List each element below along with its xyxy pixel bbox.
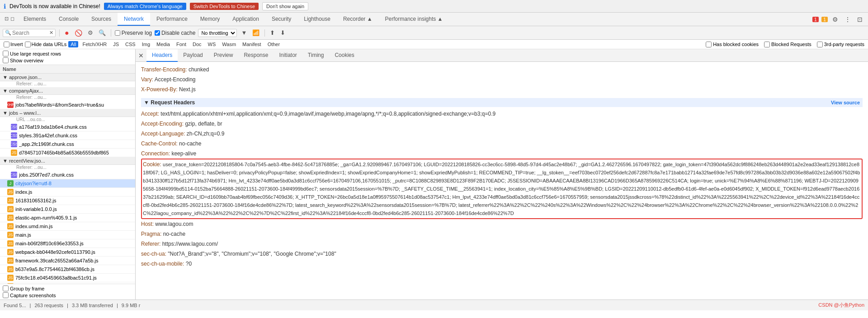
dismiss-button[interactable]: Don't show again <box>262 2 308 10</box>
undock-button[interactable]: ⊡ <box>855 15 864 24</box>
filter-img[interactable]: Img <box>140 41 152 47</box>
clear-button[interactable]: 🚫 <box>73 29 84 37</box>
list-item[interactable]: CSS jobs.250f7ed7.chunk.css <box>0 171 135 179</box>
settings-button[interactable]: ⚙ <box>830 15 840 24</box>
list-item[interactable]: CSS _app.2fc1969f.chunk.css <box>0 140 135 149</box>
tab-elements[interactable]: ⊡ ◻ <box>2 13 17 26</box>
tab-payload[interactable]: Payload <box>178 49 208 62</box>
tab-response[interactable]: Response <box>238 49 274 62</box>
hide-data-urls-checkbox[interactable] <box>25 42 31 47</box>
record-button[interactable]: ● <box>63 28 71 37</box>
devtools-container: ⊡ ◻ Elements Console Sources Network Per… <box>0 13 868 318</box>
search-network-button[interactable]: 🔍 <box>97 29 107 37</box>
throttle-dropdown-icon[interactable]: ▼ <box>240 29 248 37</box>
has-blocked-cookies-label[interactable]: Has blocked cookies <box>706 42 759 47</box>
upload-icon[interactable]: ⬆ <box>269 29 276 37</box>
group-jobs[interactable]: ▼ jobs – www.l... <box>0 109 135 117</box>
filter-fetch-xhr[interactable]: Fetch/XHR <box>80 41 109 47</box>
tab-lighthouse[interactable]: Lighthouse <box>297 13 337 26</box>
search-close-btn[interactable]: ✕ <box>49 30 53 36</box>
list-item-selected[interactable]: J cityjson?ie=utf-8 <box>0 179 135 188</box>
list-item[interactable]: JSmain.js <box>0 231 135 239</box>
filter-manifest[interactable]: Manifest <box>240 41 264 47</box>
list-item[interactable]: CSS a176af19.bda1b6e4.chunk.css <box>0 123 135 131</box>
switch-devtools-button[interactable]: Switch DevTools to Chinese <box>190 3 259 10</box>
filter-font[interactable]: Font <box>174 41 189 47</box>
group-company[interactable]: ▼ companyAjax... <box>0 87 135 95</box>
throttle-select[interactable]: No throttling <box>198 29 237 37</box>
filter-doc[interactable]: Doc <box>190 41 204 47</box>
third-party-label[interactable]: 3rd-party requests <box>817 42 864 47</box>
filter-ws[interactable]: WS <box>206 41 218 47</box>
disable-cache-checkbox[interactable] <box>155 30 160 36</box>
list-item[interactable]: JSinit-variable1.0.0.js <box>0 205 135 214</box>
tab-cookies[interactable]: Cookies <box>329 49 359 62</box>
tab-network[interactable]: Network <box>118 13 150 26</box>
download-icon[interactable]: ⬇ <box>279 29 287 37</box>
list-item[interactable]: JSwebpack-bb0448e92cefe0113790.js <box>0 248 135 257</box>
preserve-log-label[interactable]: Preserve log <box>115 30 152 36</box>
list-item[interactable]: JSb637e9a5.8c77544612bf46386cb.js <box>0 265 135 274</box>
has-blocked-cookies-checkbox[interactable] <box>706 42 712 47</box>
tab-security[interactable]: Security <box>265 13 297 26</box>
tab-application[interactable]: Application <box>226 13 265 26</box>
filter-media[interactable]: Media <box>154 41 172 47</box>
tab-elements-label[interactable]: Elements <box>17 13 52 26</box>
js-icon: JS <box>7 189 14 195</box>
tab-recorder[interactable]: Recorder ▲ <box>337 13 379 26</box>
tab-timing[interactable]: Timing <box>302 49 330 62</box>
filter-all[interactable]: All <box>68 41 78 47</box>
list-item[interactable]: JSelastic-apm-rum%405.9.1.js <box>0 214 135 222</box>
group-by-frame-checkbox[interactable] <box>3 285 9 291</box>
invert-checkbox[interactable] <box>4 42 9 47</box>
list-item[interactable]: JSmain-b06f28ff10c696e33553.js <box>0 239 135 248</box>
match-language-button[interactable]: Always match Chrome's language <box>104 3 186 10</box>
list-item[interactable]: CSS styles.391a42ef.chunk.css <box>0 131 135 140</box>
search-input[interactable] <box>12 30 48 36</box>
wifi-icon[interactable]: 📶 <box>251 29 261 37</box>
filter-css[interactable]: CSS <box>123 41 138 47</box>
large-rows-label[interactable]: Use large request rows <box>3 51 132 56</box>
large-rows-checkbox[interactable] <box>3 51 9 56</box>
tab-preview[interactable]: Preview <box>208 49 239 62</box>
preserve-log-checkbox[interactable] <box>115 30 120 36</box>
js-icon: JS <box>7 223 14 229</box>
main-layout: Use large request rows Show overview Nam… <box>0 49 868 299</box>
list-item[interactable]: JS75fc9c18.e045459663a8bac51c91.js <box>0 274 135 282</box>
filter-button[interactable]: ⚙ <box>86 29 94 37</box>
invert-label[interactable]: Invert <box>4 42 23 47</box>
filter-wasm[interactable]: Wasm <box>220 41 238 47</box>
more-button[interactable]: ⋮ <box>843 15 853 24</box>
third-party-checkbox[interactable] <box>817 42 823 47</box>
group-approve[interactable]: ▼ approve.json... <box>0 74 135 81</box>
list-item[interactable]: JS d78457107465b4b85a6536b5559dbf865 <box>0 149 135 157</box>
list-item[interactable]: JSindex.js <box>0 188 135 196</box>
show-overview-label[interactable]: Show overview <box>3 57 132 63</box>
list-item[interactable]: XHR jobs?labelWords=&fromSearch=true&su <box>0 101 135 109</box>
view-source-button[interactable]: View source <box>831 100 860 105</box>
list-item[interactable]: JS1618310653162.js <box>0 196 135 205</box>
group-recentview[interactable]: ▼ recentView.jso... <box>0 157 135 165</box>
filter-js[interactable]: JS <box>111 41 121 47</box>
tab-perf-insights[interactable]: Performance insights ▲ <box>379 13 449 26</box>
capture-screenshots-checkbox[interactable] <box>3 292 9 298</box>
tab-console[interactable]: Console <box>52 13 85 26</box>
group-by-frame-label[interactable]: Group by frame <box>3 285 132 291</box>
blocked-requests-checkbox[interactable] <box>764 42 770 47</box>
blocked-requests-label[interactable]: Blocked Requests <box>764 42 811 47</box>
request-headers-section[interactable]: ▼ Request Headers View source <box>141 98 863 107</box>
tab-performance[interactable]: Performance <box>150 13 194 26</box>
tab-initiator[interactable]: Initiator <box>274 49 302 62</box>
capture-screenshots-label[interactable]: Capture screenshots <box>3 292 132 298</box>
request-list[interactable]: ▼ approve.json... Referer: ...ou... ▼ co… <box>0 74 135 284</box>
tab-memory[interactable]: Memory <box>194 13 226 26</box>
tab-sources[interactable]: Sources <box>85 13 118 26</box>
hide-data-urls-label[interactable]: Hide data URLs <box>25 42 67 47</box>
list-item[interactable]: JSframework.39cafc26552a66a47a5b.js <box>0 257 135 265</box>
detail-close-button[interactable]: ✕ <box>137 51 145 60</box>
disable-cache-label[interactable]: Disable cache <box>155 30 195 36</box>
show-overview-checkbox[interactable] <box>3 57 9 63</box>
tab-headers[interactable]: Headers <box>146 49 178 62</box>
list-item[interactable]: JSindex.umd.min.js <box>0 222 135 231</box>
filter-other[interactable]: Other <box>265 41 283 47</box>
